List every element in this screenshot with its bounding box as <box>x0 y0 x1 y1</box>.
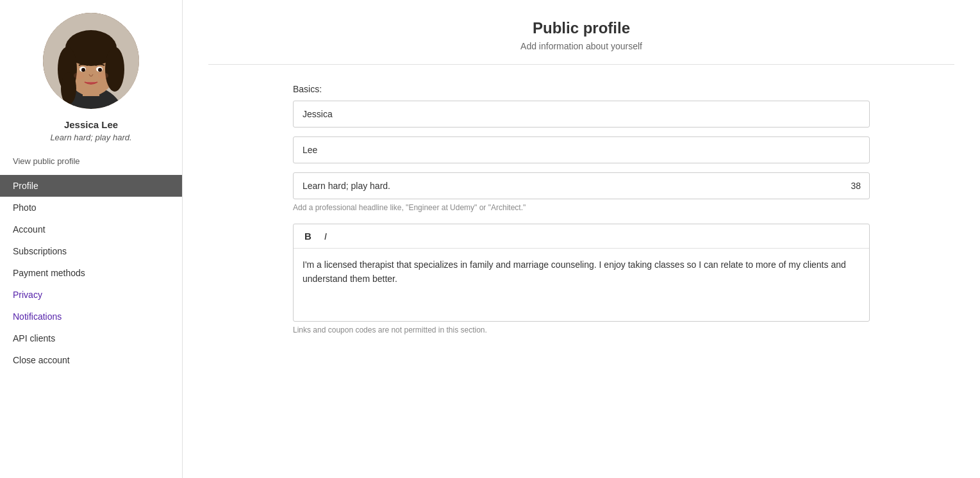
headline-char-count: 38 <box>851 181 861 191</box>
bold-button[interactable]: B <box>301 229 315 243</box>
svg-point-10 <box>81 68 85 72</box>
svg-point-12 <box>74 72 84 79</box>
svg-point-6 <box>105 47 124 92</box>
avatar <box>43 13 139 109</box>
sidebar-item-payment-methods[interactable]: Payment methods <box>0 262 182 284</box>
sidebar-item-profile[interactable]: Profile <box>0 175 182 197</box>
headline-hint: Add a professional headline like, "Engin… <box>293 203 870 212</box>
profile-form: Basics: 38 Add a professional headline l… <box>293 84 870 334</box>
page-subtitle: Add information about yourself <box>208 41 954 51</box>
sidebar-item-privacy[interactable]: Privacy <box>0 284 182 306</box>
basics-label: Basics: <box>293 84 870 94</box>
page-header: Public profile Add information about you… <box>208 0 954 65</box>
view-public-profile-link[interactable]: View public profile <box>0 152 182 170</box>
bio-hint: Links and coupon codes are not permitted… <box>293 326 870 334</box>
sidebar-nav: Profile Photo Account Subscriptions Paym… <box>0 175 182 371</box>
bio-textarea[interactable] <box>294 249 869 319</box>
first-name-input[interactable] <box>293 101 870 128</box>
italic-button[interactable]: I <box>321 229 330 243</box>
headline-input[interactable] <box>293 172 870 199</box>
svg-point-13 <box>98 72 108 79</box>
svg-point-7 <box>61 72 76 104</box>
sidebar-item-close-account[interactable]: Close account <box>0 349 182 371</box>
sidebar-item-api-clients[interactable]: API clients <box>0 327 182 349</box>
last-name-input[interactable] <box>293 136 870 163</box>
main-content: Public profile Add information about you… <box>183 0 980 478</box>
page-title: Public profile <box>208 19 954 37</box>
sidebar-item-notifications[interactable]: Notifications <box>0 306 182 327</box>
bio-toolbar: B I <box>294 224 869 249</box>
svg-point-11 <box>98 68 102 72</box>
sidebar-item-account[interactable]: Account <box>0 218 182 240</box>
user-name: Jessica Lee <box>64 119 118 130</box>
user-tagline: Learn hard; play hard. <box>50 133 131 142</box>
sidebar-item-subscriptions[interactable]: Subscriptions <box>0 240 182 262</box>
bio-editor: B I <box>293 224 870 322</box>
sidebar: Jessica Lee Learn hard; play hard. View … <box>0 0 183 478</box>
headline-wrapper: 38 <box>293 172 870 199</box>
sidebar-item-photo[interactable]: Photo <box>0 197 182 218</box>
